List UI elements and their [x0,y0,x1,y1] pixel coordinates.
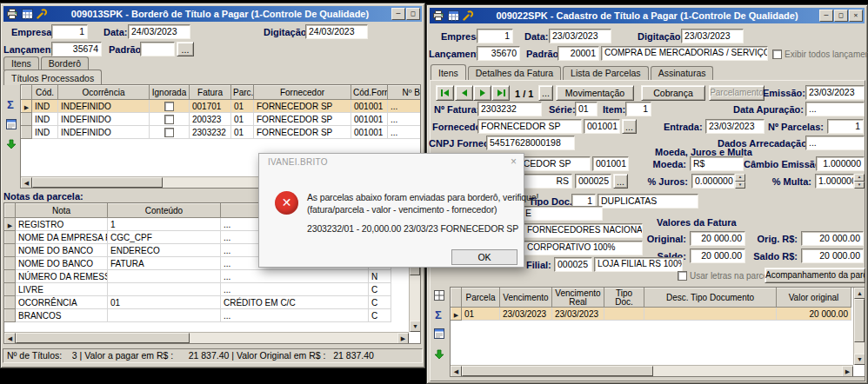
cell[interactable]: BRANCOS [16,309,108,322]
cambio-field[interactable]: 1.000000 [816,156,865,171]
cell[interactable]: ... [388,100,422,113]
saldo-field[interactable]: 20 000.00 [690,248,745,263]
horizontal-scrollbar[interactable]: ◀ ▶ [451,365,853,376]
original-field[interactable]: 20 000.00 [690,231,745,246]
cnpj-field[interactable]: 54517628000198 [486,136,575,150]
cell[interactable]: ... [221,283,369,296]
close-button[interactable]: ✕ [849,10,863,22]
cell[interactable]: FORNECEDOR SP [254,126,351,139]
table-row[interactable]: ▶ IND INDEFINIDO 001701 01 FORNECEDOR SP… [22,100,422,113]
scrollbar-thumb[interactable] [854,299,865,342]
cell[interactable]: INDEFINIDO [58,100,150,113]
juros-spinner[interactable]: ▲▼ [735,174,745,189]
maximize-button[interactable]: □ [834,10,848,22]
lancamento-field[interactable]: 35674 [51,42,102,56]
praca-cod-field[interactable]: 000025 [575,174,611,189]
table-row[interactable]: IND INDEFINIDO 200323 01 FORNECEDOR SP 0… [22,113,422,126]
multa-field[interactable]: 1.000000 [815,174,854,189]
scroll-down-icon[interactable]: ▼ [854,354,865,365]
juros-field[interactable]: 0.000000 [691,174,735,189]
fornecedor-field[interactable]: FORNECEDOR SP [477,119,582,134]
bordero-titlebar[interactable]: 009013SPK - Borderô de Título a Pagar (1… [3,6,422,22]
lancamento-field[interactable]: 35670 [477,46,520,61]
cell[interactable]: C [369,309,391,322]
tab-bordero[interactable]: Borderô [41,56,89,70]
cell[interactable]: FORNECEDOR SP [254,113,351,126]
fornecedor-lookup-button[interactable]: ... [622,119,637,134]
sum-icon[interactable]: Σ [7,99,14,110]
spin-down-icon[interactable]: ▼ [854,182,865,189]
cell[interactable]: 01 [231,126,254,139]
cell[interactable]: IND [32,100,58,113]
table-row[interactable]: LIVRE ... C [5,283,391,296]
scroll-up-icon[interactable]: ▲ [854,288,865,299]
export-down-icon[interactable] [6,139,17,149]
cell[interactable]: NOME DO BANCO [16,244,108,257]
nav-first-button[interactable] [436,85,454,101]
data-field[interactable]: 24/03/2023 [128,24,190,39]
cell[interactable]: OCORRÊNCIA [16,296,108,309]
acompanhamento-button[interactable]: Acompanhamento da parcela [765,268,865,283]
padrao-code-field[interactable]: 20001 [558,46,599,61]
tab-titulos-processados[interactable]: Títulos Processados [3,70,102,85]
table-row[interactable]: OCORRÊNCIA 01 CRÉDITO EM C/C C [5,296,391,309]
cell[interactable]: INDEFINIDO [58,113,150,126]
cell[interactable]: ... [221,270,369,283]
cell[interactable]: 01 [108,296,221,309]
digitacao-field[interactable]: 24/03/2023 [305,24,368,39]
padrao-field[interactable] [140,42,175,56]
cell[interactable]: 001001 [351,100,388,113]
filial-cod-field[interactable]: 000025 [554,257,592,272]
nav-last-button[interactable] [491,85,510,101]
nav-next-button[interactable] [473,85,491,101]
tab-detalhes-fatura[interactable]: Detalhes da Fatura [468,66,561,80]
ignorada-checkbox[interactable] [164,115,174,124]
cell[interactable]: ... [388,113,422,126]
tab-itens[interactable]: Itens [431,64,466,80]
cell[interactable]: 2303232 [190,126,231,139]
wrench-icon[interactable] [461,10,475,22]
cell[interactable]: NÚMERO DA REMESSA [16,270,108,283]
sacado-cod-field[interactable]: 001001 [592,156,629,171]
cell[interactable]: IND [32,126,58,139]
cell[interactable]: 20 000.00 [777,308,851,321]
table-row[interactable]: NÚMERO DA REMESSA ... N [5,270,391,283]
grid-icon[interactable] [20,8,34,20]
cell[interactable] [108,270,221,283]
minimize-button[interactable]: ─ [819,10,833,22]
cell[interactable]: FORNECEDOR SP [254,100,351,113]
serie-field[interactable]: 01 [575,102,598,116]
cell[interactable]: 001701 [190,100,231,113]
filial-desc-field[interactable]: LOJA FILIAL RS 100% [594,257,683,272]
horizontal-scrollbar[interactable]: ◀ ▶ [4,332,409,343]
ignorada-cell[interactable] [150,126,190,139]
spin-up-icon[interactable]: ▲ [854,174,865,182]
scrollbar-thumb[interactable] [32,177,163,188]
saldo-rs-field[interactable]: 20 000.00 [801,248,864,263]
cell[interactable] [108,309,221,322]
cell[interactable]: 23/03/2023 [500,308,552,321]
spin-up-icon[interactable]: ▲ [735,174,745,182]
emissao-field[interactable]: 23/03/2023 [805,85,865,100]
cell[interactable]: ... [221,309,369,322]
cell[interactable]: FATURA [108,257,221,270]
scroll-down-icon[interactable]: ▼ [410,321,421,332]
scroll-left-icon[interactable]: ◀ [4,333,16,344]
n-fatura-field[interactable]: 2303232 [477,102,542,116]
cell[interactable]: NOME DA EMPRESA PAGADOR [16,231,108,244]
cell[interactable]: 001001 [351,113,388,126]
cell[interactable]: 200323 [190,113,231,126]
report-icon[interactable] [434,328,444,339]
cell[interactable]: 01 [231,100,254,113]
cell[interactable]: 01 [231,113,254,126]
printer-icon[interactable] [5,8,19,20]
ok-button[interactable]: OK [451,249,517,265]
grid-icon[interactable] [446,10,460,22]
cell[interactable]: IND [32,113,58,126]
cell[interactable]: CRÉDITO EM C/C [221,296,369,309]
cell[interactable]: INDEFINIDO [58,126,150,139]
cell[interactable]: 23/03/2023 [552,308,604,321]
cell[interactable]: LIVRE [16,283,108,296]
table-row[interactable]: ▶ 01 23/03/2023 23/03/2023 20 000.00 [451,308,851,321]
cell[interactable]: REGISTRO [16,218,108,231]
